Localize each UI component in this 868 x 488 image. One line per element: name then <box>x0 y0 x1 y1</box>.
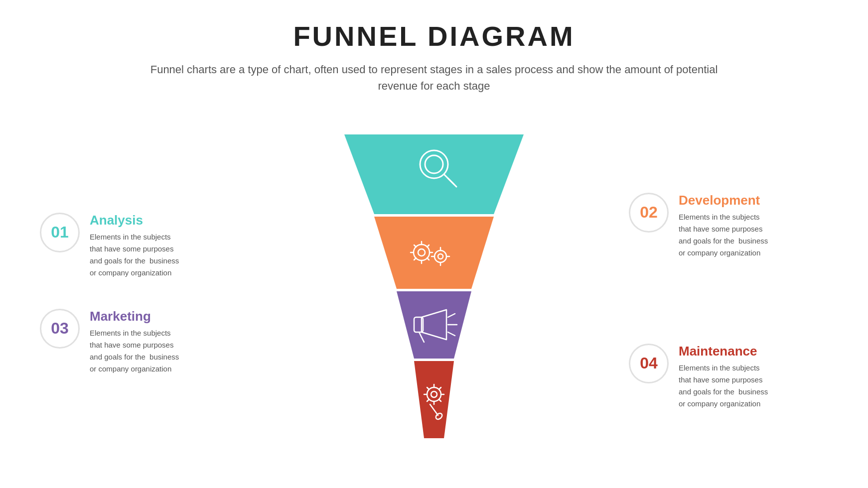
step-item-analysis: 01 Analysis Elements in the subjectsthat… <box>40 213 239 279</box>
step-number-02: 02 <box>640 203 658 222</box>
left-column: 01 Analysis Elements in the subjectsthat… <box>30 213 239 375</box>
step-circle-04: 04 <box>629 344 669 383</box>
svg-marker-0 <box>344 134 524 214</box>
step-item-marketing: 03 Marketing Elements in the subjectstha… <box>40 309 239 375</box>
step-text-analysis: Analysis Elements in the subjectsthat ha… <box>90 213 179 279</box>
funnel-svg <box>339 134 529 453</box>
page-container: FUNNEL DIAGRAM Funnel charts are a type … <box>0 0 868 488</box>
funnel-svg-container <box>339 134 529 453</box>
step-desc-analysis: Elements in the subjectsthat have some p… <box>90 231 179 279</box>
step-title-development: Development <box>679 193 768 208</box>
step-number-03: 03 <box>51 319 69 338</box>
step-desc-development: Elements in the subjectsthat have some p… <box>679 211 768 259</box>
step-title-maintenance: Maintenance <box>679 344 768 359</box>
step-item-maintenance: 04 Maintenance Elements in the subjectst… <box>629 344 768 410</box>
funnel-area <box>239 134 629 453</box>
step-circle-01: 01 <box>40 213 80 252</box>
step-title-marketing: Marketing <box>90 309 179 324</box>
svg-marker-2 <box>397 291 471 359</box>
svg-marker-3 <box>414 361 454 438</box>
content-area: 01 Analysis Elements in the subjectsthat… <box>30 114 838 473</box>
step-text-marketing: Marketing Elements in the subjectsthat h… <box>90 309 179 375</box>
right-column: 02 Development Elements in the subjectst… <box>629 178 838 410</box>
step-circle-03: 03 <box>40 309 80 349</box>
step-number-04: 04 <box>640 354 658 372</box>
subtitle: Funnel charts are a type of chart, often… <box>135 61 733 94</box>
svg-marker-1 <box>374 217 494 289</box>
step-desc-marketing: Elements in the subjectsthat have some p… <box>90 327 179 375</box>
step-number-01: 01 <box>51 223 69 242</box>
step-text-maintenance: Maintenance Elements in the subjectsthat… <box>679 344 768 410</box>
step-item-development: 02 Development Elements in the subjectst… <box>629 193 768 259</box>
main-title: FUNNEL DIAGRAM <box>293 20 575 52</box>
step-desc-maintenance: Elements in the subjectsthat have some p… <box>679 362 768 410</box>
step-circle-02: 02 <box>629 193 669 233</box>
step-title-analysis: Analysis <box>90 213 179 228</box>
step-text-development: Development Elements in the subjectsthat… <box>679 193 768 259</box>
